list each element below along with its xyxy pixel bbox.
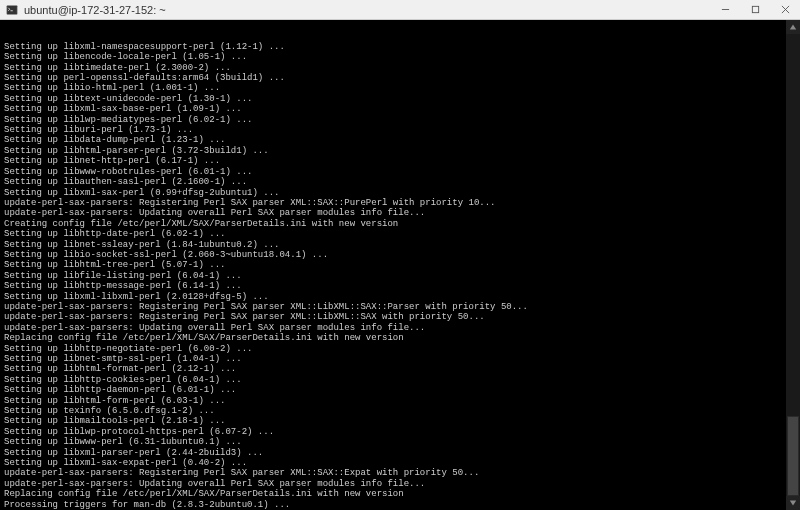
window-controls	[710, 0, 800, 19]
terminal-line: Setting up libxml-libxml-perl (2.0128+df…	[4, 292, 796, 302]
terminal-line: update-perl-sax-parsers: Registering Per…	[4, 302, 796, 312]
terminal-line: Setting up libhttp-message-perl (6.14-1)…	[4, 281, 796, 291]
terminal-line: Setting up libhtml-parser-perl (3.72-3bu…	[4, 146, 796, 156]
terminal-line: Setting up liblwp-mediatypes-perl (6.02-…	[4, 115, 796, 125]
close-button[interactable]	[770, 0, 800, 19]
terminal-line: Setting up libnet-http-perl (6.17-1) ...	[4, 156, 796, 166]
terminal-line: Setting up libnet-ssleay-perl (1.84-1ubu…	[4, 240, 796, 250]
scroll-down-button[interactable]	[786, 496, 800, 510]
terminal-line: Processing triggers for man-db (2.8.3-2u…	[4, 500, 796, 510]
terminal-line: Setting up libxml-sax-expat-perl (0.40-2…	[4, 458, 796, 468]
terminal-line: Creating config file /etc/perl/XML/SAX/P…	[4, 219, 796, 229]
terminal-line: Setting up libhttp-negotiate-perl (6.00-…	[4, 344, 796, 354]
svg-marker-6	[790, 25, 796, 30]
terminal-line: Replacing config file /etc/perl/XML/SAX/…	[4, 489, 796, 499]
terminal-line: Setting up libfile-listing-perl (6.04-1)…	[4, 271, 796, 281]
terminal-line: Setting up perl-openssl-defaults:arm64 (…	[4, 73, 796, 83]
terminal-line: Setting up libnet-smtp-ssl-perl (1.04-1)…	[4, 354, 796, 364]
terminal-line: Setting up libhtml-format-perl (2.12-1) …	[4, 364, 796, 374]
terminal-line: Setting up libtext-unidecode-perl (1.30-…	[4, 94, 796, 104]
terminal-line: Setting up libdata-dump-perl (1.23-1) ..…	[4, 135, 796, 145]
svg-rect-3	[752, 6, 758, 12]
terminal-line: Setting up liblwp-protocol-https-perl (6…	[4, 427, 796, 437]
terminal-line: Setting up libwww-perl (6.31-1ubuntu0.1)…	[4, 437, 796, 447]
terminal-line: Setting up texinfo (6.5.0.dfsg.1-2) ...	[4, 406, 796, 416]
terminal-line: Setting up libhttp-cookies-perl (6.04-1)…	[4, 375, 796, 385]
terminal-line: Setting up libhttp-date-perl (6.02-1) ..…	[4, 229, 796, 239]
terminal-viewport[interactable]: Setting up libxml-namespacesupport-perl …	[0, 20, 800, 510]
terminal-icon	[6, 4, 18, 16]
vertical-scrollbar[interactable]	[786, 20, 800, 510]
terminal-line: Setting up libxml-parser-perl (2.44-2bui…	[4, 448, 796, 458]
terminal-line: Setting up libxml-sax-perl (0.99+dfsg-2u…	[4, 188, 796, 198]
terminal-line: Setting up libxml-sax-base-perl (1.09-1)…	[4, 104, 796, 114]
maximize-button[interactable]	[740, 0, 770, 19]
terminal-line: Setting up libio-socket-ssl-perl (2.060-…	[4, 250, 796, 260]
terminal-line: Setting up libwww-robotrules-perl (6.01-…	[4, 167, 796, 177]
titlebar-left: ubuntu@ip-172-31-27-152: ~	[0, 4, 166, 16]
terminal-line: update-perl-sax-parsers: Updating overal…	[4, 208, 796, 218]
minimize-button[interactable]	[710, 0, 740, 19]
terminal-output: Setting up libxml-namespacesupport-perl …	[4, 42, 796, 510]
terminal-line: update-perl-sax-parsers: Registering Per…	[4, 312, 796, 322]
terminal-line: Setting up libtimedate-perl (2.3000-2) .…	[4, 63, 796, 73]
terminal-line: update-perl-sax-parsers: Registering Per…	[4, 468, 796, 478]
terminal-line: Setting up libhtml-form-perl (6.03-1) ..…	[4, 396, 796, 406]
terminal-line: Replacing config file /etc/perl/XML/SAX/…	[4, 333, 796, 343]
scroll-thumb[interactable]	[787, 416, 799, 496]
terminal-line: Setting up libmailtools-perl (2.18-1) ..…	[4, 416, 796, 426]
terminal-line: Setting up liburi-perl (1.73-1) ...	[4, 125, 796, 135]
terminal-line: Setting up libencode-locale-perl (1.05-1…	[4, 52, 796, 62]
window-titlebar: ubuntu@ip-172-31-27-152: ~	[0, 0, 800, 20]
scroll-up-button[interactable]	[786, 20, 800, 34]
terminal-line: Setting up libio-html-perl (1.001-1) ...	[4, 83, 796, 93]
terminal-line: Setting up libhttp-daemon-perl (6.01-1) …	[4, 385, 796, 395]
svg-marker-7	[790, 501, 796, 506]
terminal-line: update-perl-sax-parsers: Updating overal…	[4, 323, 796, 333]
terminal-line: update-perl-sax-parsers: Registering Per…	[4, 198, 796, 208]
window-title: ubuntu@ip-172-31-27-152: ~	[24, 4, 166, 16]
terminal-line: Setting up libhtml-tree-perl (5.07-1) ..…	[4, 260, 796, 270]
terminal-line: Setting up libauthen-sasl-perl (2.1600-1…	[4, 177, 796, 187]
terminal-line: update-perl-sax-parsers: Updating overal…	[4, 479, 796, 489]
terminal-line: Setting up libxml-namespacesupport-perl …	[4, 42, 796, 52]
svg-rect-0	[7, 5, 18, 14]
